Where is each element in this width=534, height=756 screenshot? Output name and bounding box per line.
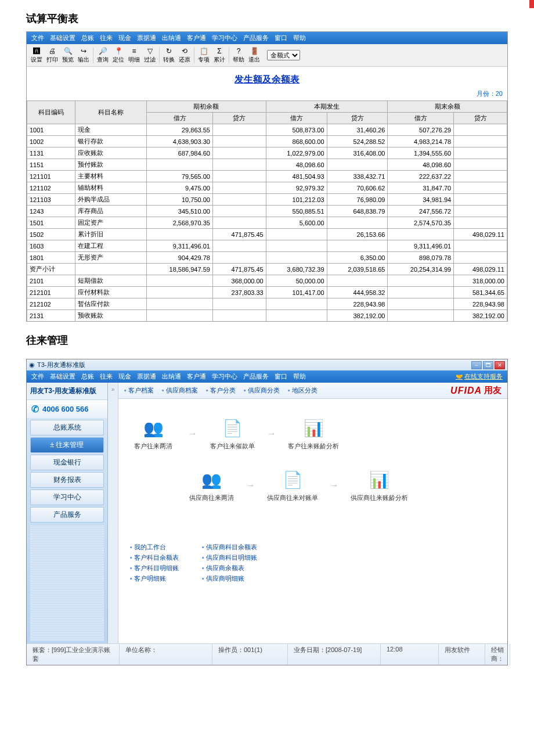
flow-客户往来两清[interactable]: 👥客户往来两清: [130, 416, 176, 451]
format-dropdown[interactable]: 金额式: [267, 50, 300, 60]
table-row[interactable]: 121102辅助材料9,475.0092,979.3270,606.6231,8…: [27, 182, 507, 194]
month-label: 月份：20: [27, 89, 507, 100]
menu-基础设置[interactable]: 基础设置: [50, 34, 75, 42]
tbtn-输出[interactable]: ↪输出: [76, 45, 91, 65]
明细-icon: ≡: [129, 46, 139, 56]
menu-窗口[interactable]: 窗口: [275, 34, 287, 42]
tbtn-退出[interactable]: 🚪退出: [247, 45, 262, 65]
menu2-文件[interactable]: 文件: [31, 372, 44, 381]
flow-客户往来账龄分析[interactable]: 📊客户往来账龄分析: [288, 416, 339, 451]
menu-文件[interactable]: 文件: [31, 34, 44, 42]
menu-总账[interactable]: 总账: [81, 34, 94, 42]
menu2-帮助[interactable]: 帮助: [293, 372, 306, 381]
ql-客户明细账[interactable]: 客户明细账: [130, 574, 179, 583]
menu-票据通[interactable]: 票据通: [137, 34, 156, 42]
menu2-总账[interactable]: 总账: [81, 372, 94, 381]
tbtn-定位[interactable]: 📍定位: [111, 45, 126, 65]
tbtn-查询[interactable]: 🔎查询: [95, 45, 110, 65]
tbtn-打印[interactable]: 🖨打印: [45, 45, 60, 65]
table-row[interactable]: 1001现金29,863.55508,873.0031,460.26507,27…: [27, 124, 507, 136]
table-row[interactable]: 1002银行存款4,638,903.30868,600.00524,288.52…: [27, 136, 507, 147]
menu-客户通[interactable]: 客户通: [187, 34, 206, 42]
ql-客户科目余额表[interactable]: 客户科目余额表: [130, 553, 179, 562]
menu2-基础设置[interactable]: 基础设置: [50, 372, 75, 381]
status-soft: 用友软件: [439, 644, 485, 665]
累计-icon: Σ: [215, 46, 224, 56]
flow-供应商往来对账单[interactable]: 📄供应商往来对账单: [267, 468, 318, 502]
tbtn-过滤[interactable]: ▽过滤: [142, 45, 157, 65]
flow-客户往来催款单[interactable]: 📄客户往来催款单: [209, 416, 255, 451]
ql-客户科目明细账[interactable]: 客户科目明细账: [130, 564, 179, 573]
tbtn-转换[interactable]: ↻转换: [161, 45, 176, 65]
menu-产品服务[interactable]: 产品服务: [243, 34, 269, 42]
table-row[interactable]: 1151预付账款48,098.6048,098.60: [27, 159, 507, 171]
menu-学习中心[interactable]: 学习中心: [212, 34, 237, 42]
tbtn-还原[interactable]: ⟲还原: [177, 45, 192, 65]
menu-现金[interactable]: 现金: [118, 34, 131, 42]
table-row[interactable]: 1801无形资产904,429.786,350.00898,079.78: [27, 252, 507, 264]
ql-供应商科目明细账[interactable]: 供应商科目明细账: [202, 553, 257, 562]
tab-客户档案[interactable]: 客户档案: [124, 386, 154, 395]
tbtn-预览[interactable]: 🔍预览: [60, 45, 75, 65]
table-row[interactable]: 212102暂估应付款228,943.98228,943.98: [27, 298, 507, 310]
ql-供应商科目余额表[interactable]: 供应商科目余额表: [202, 543, 257, 552]
online-support-link[interactable]: 🤝 在线支持服务: [456, 372, 503, 381]
menu2-窗口[interactable]: 窗口: [275, 372, 287, 381]
status-operator: 操作员：001(1): [212, 644, 288, 665]
table-row[interactable]: 2131预收账款382,192.00382,192.00: [27, 310, 507, 322]
menu2-票据通[interactable]: 票据通: [137, 372, 156, 381]
sidebar-brand: 用友T3-用友通标准版: [27, 383, 107, 400]
table-row[interactable]: 212101应付材料款237,803.33101,417.00444,958.3…: [27, 287, 507, 298]
report-title-link[interactable]: 发生额及余额表: [234, 74, 300, 84]
tab-供应商档案[interactable]: 供应商档案: [162, 386, 198, 395]
ql-供应商余额表[interactable]: 供应商余额表: [202, 564, 257, 573]
nav-产品服务[interactable]: 产品服务: [30, 507, 104, 523]
sidebar: 用友T3-用友通标准版 ✆ 4006 600 566 总账系统往来管理现金银行财…: [27, 383, 108, 643]
balance-window: 文件基础设置总账往来现金票据通出纳通客户通学习中心产品服务窗口帮助 🅰设置🖨打印…: [26, 31, 508, 322]
nav-往来管理[interactable]: 往来管理: [30, 437, 104, 453]
tab-地区分类[interactable]: 地区分类: [288, 386, 317, 395]
ql-我的工作台[interactable]: 我的工作台: [130, 543, 179, 552]
tab-供应商分类[interactable]: 供应商分类: [244, 386, 280, 395]
nav-总账系统[interactable]: 总账系统: [30, 420, 104, 435]
menu2-往来[interactable]: 往来: [100, 372, 113, 381]
table-row[interactable]: 1243库存商品345,510.00550,885.51648,838.7924…: [27, 206, 507, 217]
col-sub: 借方: [147, 113, 213, 124]
menu2-出纳通[interactable]: 出纳通: [162, 372, 181, 381]
nav-现金银行[interactable]: 现金银行: [30, 455, 104, 470]
menu-出纳通[interactable]: 出纳通: [162, 34, 181, 42]
tbtn-累计[interactable]: Σ累计: [212, 45, 227, 65]
nav-学习中心[interactable]: 学习中心: [30, 489, 104, 505]
nav-财务报表[interactable]: 财务报表: [30, 472, 104, 488]
phone-icon: ✆: [31, 404, 39, 415]
tbtn-设置[interactable]: 🅰设置: [29, 45, 44, 65]
table-row[interactable]: 1131应收账款687,984.601,022,979.00316,408.00…: [27, 147, 507, 159]
ql-供应商明细账[interactable]: 供应商明细账: [202, 574, 257, 583]
menu-往来[interactable]: 往来: [100, 34, 113, 42]
table-row[interactable]: 2101短期借款368,000.0050,000.00318,000.00: [27, 275, 507, 287]
menu2-学习中心[interactable]: 学习中心: [212, 372, 237, 381]
col-name: 科目名称: [75, 101, 147, 124]
menu-帮助[interactable]: 帮助: [293, 34, 306, 42]
flow-供应商往来账龄分析[interactable]: 📊供应商往来账龄分析: [351, 468, 408, 502]
table-row[interactable]: 1501固定资产2,568,970.355,600.002,574,570.35: [27, 217, 507, 229]
table-row[interactable]: 121103外购半成品10,750.00101,212.0376,980.093…: [27, 194, 507, 206]
tbtn-专项[interactable]: 📋专项: [196, 45, 211, 65]
menu2-客户通[interactable]: 客户通: [187, 372, 206, 381]
close-button[interactable]: ✕: [495, 361, 505, 369]
tbtn-明细[interactable]: ≡明细: [127, 45, 142, 65]
flow-供应商往来两清[interactable]: 👥供应商往来两清: [188, 468, 234, 502]
table-row[interactable]: 121101主要材料79,565.00481,504.93338,432.712…: [27, 171, 507, 182]
maximize-button[interactable]: 🗖: [483, 361, 493, 369]
查询-icon: 🔎: [98, 46, 107, 56]
table-row[interactable]: 1603在建工程9,311,496.019,311,496.01: [27, 240, 507, 252]
menu2-产品服务[interactable]: 产品服务: [243, 372, 269, 381]
table-row[interactable]: 1502累计折旧471,875.4526,153.66498,029.11: [27, 229, 507, 240]
tab-客户分类[interactable]: 客户分类: [206, 386, 236, 395]
menu2-现金[interactable]: 现金: [118, 372, 131, 381]
tbtn-帮助[interactable]: ?帮助: [231, 45, 246, 65]
flow-icon: 📄: [221, 416, 244, 440]
sidebar-toggle[interactable]: »: [108, 383, 118, 643]
minimize-button[interactable]: –: [471, 361, 482, 369]
table-row[interactable]: 资产小计18,586,947.59471,875.453,680,732.392…: [27, 264, 507, 275]
